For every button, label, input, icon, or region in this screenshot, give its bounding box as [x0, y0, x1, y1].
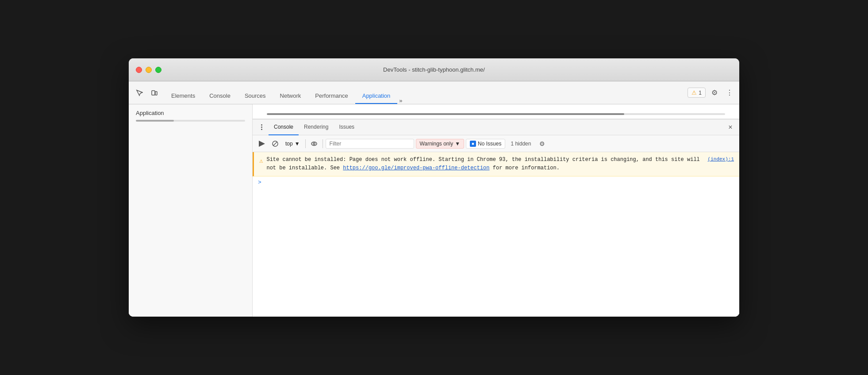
- tab-performance[interactable]: Performance: [308, 88, 355, 104]
- context-value: top: [285, 141, 293, 147]
- sidebar: Application: [129, 104, 253, 317]
- tab-network[interactable]: Network: [273, 88, 308, 104]
- drawer-tab-rendering[interactable]: Rendering: [299, 119, 334, 135]
- main-toolbar: Elements Console Sources Network Perform…: [129, 81, 739, 104]
- warning-count: 1: [699, 90, 702, 96]
- console-gear-icon: ⚙: [539, 140, 545, 147]
- content-progress-bar: [267, 113, 624, 115]
- warnings-badge[interactable]: ⚠ 1: [687, 88, 706, 98]
- tab-console[interactable]: Console: [202, 88, 238, 104]
- sidebar-progress: [136, 120, 245, 122]
- devtools-window: DevTools - stitch-glib-typhoon.glitch.me…: [129, 58, 739, 317]
- titlebar: DevTools - stitch-glib-typhoon.glitch.me…: [129, 58, 739, 81]
- console-drawer: Console Rendering Issues ×: [253, 119, 739, 317]
- content-progress: [267, 113, 725, 115]
- drawer-tab-issues[interactable]: Issues: [334, 119, 360, 135]
- sidebar-header: Application: [129, 104, 252, 120]
- no-issues-button[interactable]: ■ No Issues: [466, 139, 505, 149]
- warning-triangle-icon: ⚠: [259, 156, 263, 166]
- console-tab-bar: Console Rendering Issues ×: [253, 119, 739, 135]
- svg-rect-1: [155, 92, 157, 95]
- gear-icon: ⚙: [711, 88, 718, 97]
- warning-source-link[interactable]: (index):1: [708, 156, 734, 164]
- warnings-select[interactable]: Warnings only ▼: [416, 139, 464, 149]
- svg-marker-2: [259, 141, 265, 147]
- separator-1: [305, 139, 306, 148]
- minimize-button[interactable]: [146, 67, 152, 73]
- prompt-line: >: [253, 176, 739, 188]
- maximize-button[interactable]: [155, 67, 161, 73]
- main-area: Application Cons: [129, 104, 739, 317]
- more-options-button[interactable]: ⋮: [723, 87, 736, 99]
- block-icon-button[interactable]: [269, 138, 281, 149]
- warning-link[interactable]: https://goo.gle/improved-pwa-offline-det…: [343, 165, 489, 171]
- warning-text-after: for more information.: [490, 165, 560, 171]
- tab-application[interactable]: Application: [355, 88, 398, 104]
- content-area: Console Rendering Issues ×: [253, 104, 739, 317]
- issues-icon: ■: [470, 141, 476, 147]
- more-icon: ⋮: [726, 88, 733, 97]
- toolbar-right: ⚠ 1 ⚙ ⋮: [687, 87, 736, 99]
- hidden-count: 1 hidden: [507, 141, 534, 147]
- context-selector[interactable]: top ▼: [283, 140, 303, 148]
- device-toolbar-button[interactable]: [147, 86, 161, 100]
- warning-icon: ⚠: [691, 89, 697, 96]
- content-top: [253, 104, 739, 119]
- prompt-chevron: >: [258, 179, 261, 186]
- no-issues-label: No Issues: [478, 141, 501, 147]
- inspect-button[interactable]: [132, 86, 146, 100]
- more-tabs-button[interactable]: »: [397, 97, 404, 104]
- svg-rect-0: [152, 91, 155, 95]
- warning-entry: ⚠ Site cannot be installed: Page does no…: [253, 152, 739, 176]
- svg-point-5: [311, 142, 317, 145]
- traffic-lights: [136, 67, 161, 73]
- tab-list: Elements Console Sources Network Perform…: [164, 81, 687, 104]
- drawer-menu-button[interactable]: [256, 122, 267, 133]
- tab-elements[interactable]: Elements: [164, 88, 202, 104]
- console-toolbar: top ▼ Warnings only ▼: [253, 135, 739, 152]
- sidebar-progress-bar: [136, 120, 174, 122]
- filter-input[interactable]: [326, 139, 414, 149]
- svg-point-6: [313, 143, 315, 145]
- svg-line-4: [273, 142, 277, 145]
- console-output: ⚠ Site cannot be installed: Page does no…: [253, 152, 739, 317]
- tab-sources[interactable]: Sources: [238, 88, 273, 104]
- console-settings-button[interactable]: ⚙: [536, 138, 548, 149]
- drawer-close-button[interactable]: ×: [725, 122, 736, 133]
- warnings-label: Warnings only: [420, 141, 453, 147]
- drawer-tab-console[interactable]: Console: [269, 119, 299, 135]
- warnings-dropdown-icon: ▼: [455, 141, 460, 147]
- warning-text: Site cannot be installed: Page does not …: [266, 156, 704, 172]
- context-dropdown-icon: ▼: [295, 141, 300, 147]
- settings-button[interactable]: ⚙: [708, 87, 721, 99]
- window-title: DevTools - stitch-glib-typhoon.glitch.me…: [383, 66, 485, 73]
- clear-console-button[interactable]: [256, 138, 268, 149]
- separator-2: [323, 139, 323, 148]
- close-button[interactable]: [136, 67, 142, 73]
- eye-button[interactable]: [308, 138, 320, 149]
